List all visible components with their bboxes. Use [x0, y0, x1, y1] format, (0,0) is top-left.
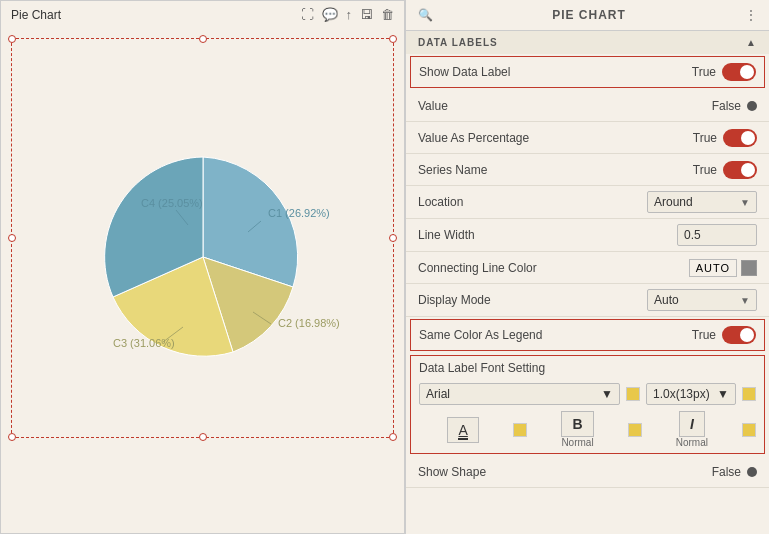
color-box[interactable] — [741, 260, 757, 276]
right-panel-title: PIE CHART — [433, 8, 745, 22]
svg-text:C1 (26.92%): C1 (26.92%) — [268, 207, 330, 219]
italic-i-text: I — [690, 416, 694, 432]
collapse-icon: ▲ — [746, 37, 757, 48]
font-family-row: Arial ▼ 1.0x(13px) ▼ — [419, 383, 756, 405]
underline-color-swatch[interactable] — [513, 423, 527, 437]
search-icon[interactable]: 🔍 — [418, 8, 433, 22]
svg-text:C2 (16.98%): C2 (16.98%) — [278, 317, 340, 329]
chart-title: Pie Chart — [11, 8, 61, 22]
value-as-percentage-row: Value As Percentage True — [406, 122, 769, 154]
save-icon[interactable]: 🖫 — [360, 7, 373, 22]
show-data-label-text: True — [692, 65, 716, 79]
location-dropdown[interactable]: Around ▼ — [647, 191, 757, 213]
share-icon[interactable]: ↑ — [346, 7, 353, 22]
same-color-legend-label: Same Color As Legend — [419, 328, 542, 342]
auto-button[interactable]: AUTO — [689, 259, 737, 277]
handle-tl[interactable] — [8, 35, 16, 43]
location-value: Around — [654, 195, 693, 209]
show-shape-label: Show Shape — [418, 465, 486, 479]
same-color-legend-row: Same Color As Legend True — [410, 319, 765, 351]
font-setting-section: Data Label Font Setting Arial ▼ 1.0x(13p… — [410, 355, 765, 454]
font-size-value: 1.0x(13px) — [653, 387, 710, 401]
font-color-swatch[interactable] — [626, 387, 640, 401]
value-row-value: False — [712, 99, 757, 113]
series-name-row: Series Name True — [406, 154, 769, 186]
handle-bm[interactable] — [199, 433, 207, 441]
svg-text:C3 (31.06%): C3 (31.06%) — [113, 337, 175, 349]
underline-button[interactable]: A — [447, 417, 478, 443]
series-name-text: True — [693, 163, 717, 177]
line-width-label: Line Width — [418, 228, 475, 242]
display-mode-arrow: ▼ — [740, 295, 750, 306]
font-size-dropdown[interactable]: 1.0x(13px) ▼ — [646, 383, 736, 405]
handle-br[interactable] — [389, 433, 397, 441]
value-label: Value — [418, 99, 448, 113]
connecting-line-color-row: Connecting Line Color AUTO — [406, 252, 769, 284]
value-dot[interactable] — [747, 101, 757, 111]
value-as-percentage-toggle[interactable] — [723, 129, 757, 147]
location-row: Location Around ▼ — [406, 186, 769, 219]
pie-chart: C4 (25.05%) C1 (26.92%) C2 (16.98%) C3 (… — [63, 117, 343, 400]
handle-lm[interactable] — [8, 234, 16, 242]
font-family-arrow: ▼ — [601, 387, 613, 401]
display-mode-dropdown[interactable]: Auto ▼ — [647, 289, 757, 311]
handle-tm[interactable] — [199, 35, 207, 43]
same-color-legend-toggle[interactable] — [722, 326, 756, 344]
chart-toolbar: Pie Chart ⛶ 💬 ↑ 🖫 🗑 — [1, 1, 404, 28]
right-panel: 🔍 PIE CHART ⋮ DATA LABELS ▲ Show Data La… — [405, 0, 769, 534]
same-color-legend-value: True — [692, 326, 756, 344]
left-panel: Pie Chart ⛶ 💬 ↑ 🖫 🗑 — [0, 0, 405, 534]
italic-color-swatch[interactable] — [742, 423, 756, 437]
font-family-value: Arial — [426, 387, 450, 401]
handle-rm[interactable] — [389, 234, 397, 242]
comment-icon[interactable]: 💬 — [322, 7, 338, 22]
expand-icon[interactable]: ⛶ — [301, 7, 314, 22]
chart-area: C4 (25.05%) C1 (26.92%) C2 (16.98%) C3 (… — [1, 28, 404, 488]
handle-tr[interactable] — [389, 35, 397, 43]
show-shape-dot[interactable] — [747, 467, 757, 477]
font-family-dropdown[interactable]: Arial ▼ — [419, 383, 620, 405]
font-style-row: A B Normal I Normal — [419, 411, 756, 448]
data-labels-section-header[interactable]: DATA LABELS ▲ — [406, 31, 769, 54]
series-name-value: True — [693, 161, 757, 179]
value-as-percentage-value: True — [693, 129, 757, 147]
italic-normal-label: Normal — [676, 437, 708, 448]
same-color-legend-text: True — [692, 328, 716, 342]
show-data-label-row: Show Data Label True — [410, 56, 765, 88]
bold-normal-label: Normal — [561, 437, 593, 448]
value-text: False — [712, 99, 741, 113]
bold-button[interactable]: B — [561, 411, 593, 437]
font-size-arrow: ▼ — [717, 387, 729, 401]
location-label: Location — [418, 195, 463, 209]
svg-text:C4 (25.05%): C4 (25.05%) — [141, 197, 203, 209]
handle-bl[interactable] — [8, 433, 16, 441]
value-row: Value False — [406, 90, 769, 122]
delete-icon[interactable]: 🗑 — [381, 7, 394, 22]
line-width-row: Line Width — [406, 219, 769, 252]
menu-icon[interactable]: ⋮ — [745, 8, 757, 22]
show-shape-row: Show Shape False — [406, 456, 769, 488]
chart-toolbar-icons: ⛶ 💬 ↑ 🖫 🗑 — [301, 7, 395, 22]
italic-button[interactable]: I — [679, 411, 705, 437]
show-data-label-toggle[interactable] — [722, 63, 756, 81]
right-panel-header: 🔍 PIE CHART ⋮ — [406, 0, 769, 31]
data-labels-section-label: DATA LABELS — [418, 37, 498, 48]
display-mode-row: Display Mode Auto ▼ — [406, 284, 769, 317]
show-shape-text: False — [712, 465, 741, 479]
connecting-line-color-label: Connecting Line Color — [418, 261, 537, 275]
underline-a-text: A — [458, 422, 467, 438]
series-name-toggle[interactable] — [723, 161, 757, 179]
value-as-percentage-text: True — [693, 131, 717, 145]
value-as-percentage-label: Value As Percentage — [418, 131, 529, 145]
display-mode-value: Auto — [654, 293, 679, 307]
show-data-label-label: Show Data Label — [419, 65, 510, 79]
location-dropdown-arrow: ▼ — [740, 197, 750, 208]
font-section-label: Data Label Font Setting — [419, 361, 545, 375]
connecting-line-color-swatch: AUTO — [689, 259, 757, 277]
bold-b-text: B — [572, 416, 582, 432]
bold-color-swatch[interactable] — [628, 423, 642, 437]
font-size-color-swatch[interactable] — [742, 387, 756, 401]
show-shape-value: False — [712, 465, 757, 479]
line-width-input[interactable] — [677, 224, 757, 246]
series-name-label: Series Name — [418, 163, 487, 177]
